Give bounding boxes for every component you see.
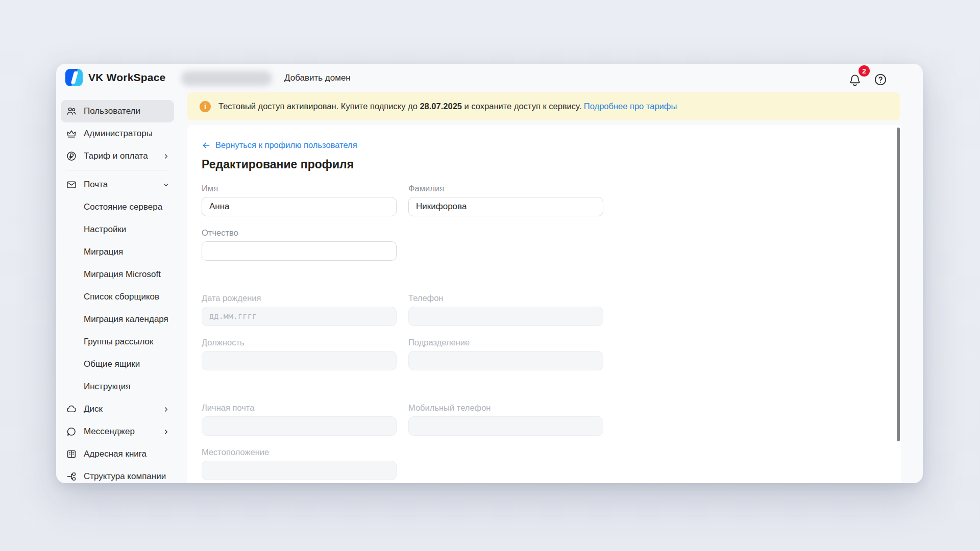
address-book-icon <box>66 448 77 460</box>
last-name-input[interactable] <box>408 197 603 216</box>
sidebar-item-label: Администраторы <box>84 129 153 139</box>
chevron-right-icon <box>162 406 170 413</box>
position-field-group: Должность <box>202 338 397 370</box>
sidebar-item-tariff[interactable]: Тариф и оплата <box>61 145 174 167</box>
sidebar-item-mail[interactable]: Почта <box>61 173 174 196</box>
sidebar-item-label: Настройки <box>84 224 126 235</box>
back-arrow-icon <box>202 141 211 150</box>
sidebar-item-calendar-migration[interactable]: Миграция календаря <box>61 308 174 331</box>
sidebar-item-admins[interactable]: Администраторы <box>61 122 174 145</box>
last-name-field-group: Фамилия <box>408 184 603 216</box>
first-name-field-group: Имя <box>202 184 397 216</box>
sidebar-item-label: Пользователи <box>84 106 140 116</box>
sidebar-item-migration-microsoft[interactable]: Миграция Microsoft <box>61 263 174 286</box>
sidebar-item-company-structure[interactable]: Структура компании <box>61 465 174 483</box>
sidebar-item-address-book[interactable]: Адресная книга <box>61 443 174 465</box>
middle-name-label: Отчество <box>202 228 397 238</box>
personal-email-field-group: Личная почта <box>202 403 397 436</box>
middle-name-input[interactable] <box>202 241 397 261</box>
position-input <box>202 351 397 370</box>
users-icon <box>66 106 77 117</box>
app-window: VK WorkSpace Добавить домен 2 Пользовате… <box>56 64 923 483</box>
cloud-icon <box>66 404 77 415</box>
ruble-icon <box>66 151 77 162</box>
add-domain-button[interactable]: Добавить домен <box>284 73 351 83</box>
sidebar-item-server-status[interactable]: Состояние сервера <box>61 196 174 218</box>
middle-name-field-group: Отчество <box>202 228 397 261</box>
sidebar-item-label: Миграция календаря <box>84 314 168 324</box>
sidebar-item-label: Мессенджер <box>84 427 135 437</box>
sidebar-item-label: Тариф и оплата <box>84 151 148 161</box>
mobile-phone-field-group: Мобильный телефон <box>408 403 603 436</box>
content-scrollbar[interactable] <box>897 128 900 441</box>
messenger-icon <box>66 426 77 437</box>
main-panel: Вернуться к профилю пользователя Редакти… <box>187 125 901 483</box>
banner-date: 28.07.2025 <box>420 102 462 111</box>
sidebar-item-label: Инструкция <box>84 382 131 392</box>
contacts-group: Личная почта Мобильный телефон Местополо… <box>202 403 606 480</box>
department-label: Подразделение <box>408 338 603 347</box>
location-field-group: Местоположение <box>202 447 397 480</box>
sidebar-item-instruction[interactable]: Инструкция <box>61 375 174 398</box>
sidebar: Пользователи Администраторы Тариф и опла… <box>61 100 174 483</box>
page: VK WorkSpace Добавить домен 2 Пользовате… <box>0 0 980 551</box>
last-name-label: Фамилия <box>408 184 603 193</box>
phone-input <box>408 307 603 326</box>
back-link-label: Вернуться к профилю пользователя <box>215 140 357 150</box>
sidebar-item-migration[interactable]: Миграция <box>61 241 174 263</box>
first-name-input[interactable] <box>202 197 397 216</box>
phone-field-group: Телефон <box>408 293 603 326</box>
org-structure-icon <box>66 471 77 482</box>
help-icon[interactable] <box>873 72 888 87</box>
personal-email-label: Личная почта <box>202 403 397 413</box>
brand: VK WorkSpace <box>65 69 165 86</box>
sidebar-item-mailing-groups[interactable]: Группы рассылок <box>61 331 174 353</box>
sidebar-divider <box>66 170 169 170</box>
position-label: Должность <box>202 338 397 347</box>
name-group: Имя Фамилия Отчество <box>202 184 606 261</box>
chevron-right-icon <box>162 153 170 160</box>
first-name-label: Имя <box>202 184 397 193</box>
sidebar-item-label: Почта <box>84 180 108 190</box>
sidebar-item-label: Группы рассылок <box>84 337 154 347</box>
chevron-right-icon <box>162 428 170 436</box>
location-input <box>202 461 397 480</box>
mobile-phone-input <box>408 416 603 436</box>
notification-badge: 2 <box>859 65 870 77</box>
sidebar-item-shared-mailboxes[interactable]: Общие ящики <box>61 353 174 375</box>
mobile-phone-label: Мобильный телефон <box>408 403 603 413</box>
sidebar-item-label: Миграция Microsoft <box>84 269 161 280</box>
info-icon: i <box>200 101 211 112</box>
tariffs-link[interactable]: Подробнее про тарифы <box>584 102 677 111</box>
crown-icon <box>66 128 77 139</box>
sidebar-item-users[interactable]: Пользователи <box>61 100 174 122</box>
sidebar-item-label: Список сборщиков <box>84 292 159 302</box>
sidebar-item-label: Диск <box>84 404 103 414</box>
sidebar-item-settings[interactable]: Настройки <box>61 218 174 241</box>
profile-form: Имя Фамилия Отчество <box>202 184 606 480</box>
birth-date-field-group: Дата рождения <box>202 293 397 326</box>
personal-email-input <box>202 416 397 436</box>
location-label: Местоположение <box>202 447 397 457</box>
sidebar-item-label: Общие ящики <box>84 359 140 369</box>
back-to-profile-link[interactable]: Вернуться к профилю пользователя <box>202 140 357 150</box>
trial-banner: i Тестовый доступ активирован. Купите по… <box>187 92 900 120</box>
brand-title: VK WorkSpace <box>88 71 165 84</box>
banner-text: Тестовый доступ активирован. Купите подп… <box>218 102 677 111</box>
work-group: Дата рождения Телефон Должность <box>202 293 606 370</box>
page-title: Редактирование профиля <box>202 158 354 171</box>
phone-label: Телефон <box>408 293 603 303</box>
sidebar-item-label: Миграция <box>84 247 123 257</box>
sidebar-item-label: Адресная книга <box>84 449 146 459</box>
sidebar-item-messenger[interactable]: Мессенджер <box>61 420 174 443</box>
department-field-group: Подразделение <box>408 338 603 370</box>
birth-date-input <box>202 307 397 326</box>
birth-date-label: Дата рождения <box>202 293 397 303</box>
department-input <box>408 351 603 370</box>
sidebar-item-disk[interactable]: Диск <box>61 398 174 420</box>
sidebar-item-label: Состояние сервера <box>84 202 162 212</box>
sidebar-item-collectors-list[interactable]: Список сборщиков <box>61 286 174 308</box>
domain-name-redacted[interactable] <box>181 71 272 86</box>
mail-icon <box>66 179 77 190</box>
sidebar-item-label: Структура компании <box>84 471 166 482</box>
